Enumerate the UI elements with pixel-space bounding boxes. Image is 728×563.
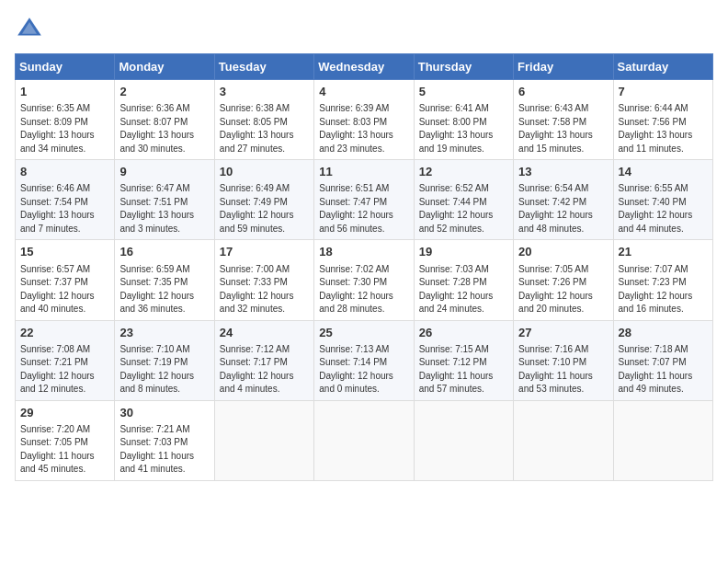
day-info: Sunrise: 6:41 AM Sunset: 8:00 PM Dayligh… [419, 102, 508, 155]
weekday-header-monday: Monday [115, 54, 214, 80]
day-info: Sunrise: 6:51 AM Sunset: 7:47 PM Dayligh… [319, 182, 408, 236]
weekday-header-sunday: Sunday [16, 54, 115, 80]
calendar-week-3: 15Sunrise: 6:57 AM Sunset: 7:37 PM Dayli… [16, 240, 713, 320]
calendar-cell: 17Sunrise: 7:00 AM Sunset: 7:33 PM Dayli… [214, 240, 313, 320]
calendar-cell: 22Sunrise: 7:08 AM Sunset: 7:21 PM Dayli… [16, 320, 115, 400]
day-info: Sunrise: 6:57 AM Sunset: 7:37 PM Dayligh… [20, 263, 109, 316]
calendar-cell: 25Sunrise: 7:13 AM Sunset: 7:14 PM Dayli… [314, 320, 414, 400]
calendar-table: SundayMondayTuesdayWednesdayThursdayFrid… [15, 53, 713, 481]
day-number: 16 [119, 244, 209, 260]
day-number: 7 [619, 84, 708, 100]
calendar-cell [514, 400, 613, 480]
day-info: Sunrise: 7:15 AM Sunset: 7:12 PM Dayligh… [419, 343, 508, 396]
page-header [15, 15, 713, 44]
calendar-week-2: 8Sunrise: 6:46 AM Sunset: 7:54 PM Daylig… [16, 160, 713, 240]
calendar-cell [314, 400, 414, 480]
day-info: Sunrise: 6:43 AM Sunset: 7:58 PM Dayligh… [518, 102, 608, 155]
day-info: Sunrise: 7:21 AM Sunset: 7:03 PM Dayligh… [119, 423, 209, 477]
day-number: 5 [419, 84, 508, 100]
day-info: Sunrise: 6:44 AM Sunset: 7:56 PM Dayligh… [619, 102, 708, 155]
logo-icon [15, 15, 44, 44]
weekday-header-saturday: Saturday [613, 54, 712, 80]
calendar-cell: 23Sunrise: 7:10 AM Sunset: 7:19 PM Dayli… [115, 320, 214, 400]
weekday-header-wednesday: Wednesday [314, 54, 414, 80]
calendar-cell: 29Sunrise: 7:20 AM Sunset: 7:05 PM Dayli… [16, 400, 115, 480]
day-number: 23 [119, 325, 209, 341]
day-number: 21 [619, 244, 708, 260]
day-number: 6 [518, 84, 608, 100]
day-info: Sunrise: 6:47 AM Sunset: 7:51 PM Dayligh… [119, 182, 209, 236]
day-number: 4 [319, 84, 408, 100]
day-number: 25 [319, 325, 408, 341]
day-info: Sunrise: 6:36 AM Sunset: 8:07 PM Dayligh… [119, 102, 209, 155]
day-number: 29 [20, 405, 109, 421]
day-info: Sunrise: 6:59 AM Sunset: 7:35 PM Dayligh… [119, 263, 209, 316]
day-number: 17 [220, 244, 309, 260]
calendar-body: 1Sunrise: 6:35 AM Sunset: 8:09 PM Daylig… [16, 80, 713, 481]
day-info: Sunrise: 6:55 AM Sunset: 7:40 PM Dayligh… [619, 182, 708, 236]
calendar-cell [214, 400, 313, 480]
calendar-cell: 6Sunrise: 6:43 AM Sunset: 7:58 PM Daylig… [514, 80, 613, 160]
calendar-cell: 5Sunrise: 6:41 AM Sunset: 8:00 PM Daylig… [414, 80, 513, 160]
calendar-cell: 15Sunrise: 6:57 AM Sunset: 7:37 PM Dayli… [16, 240, 115, 320]
day-info: Sunrise: 7:10 AM Sunset: 7:19 PM Dayligh… [119, 343, 209, 396]
day-info: Sunrise: 7:20 AM Sunset: 7:05 PM Dayligh… [20, 423, 109, 477]
day-info: Sunrise: 6:39 AM Sunset: 8:03 PM Dayligh… [319, 102, 408, 155]
calendar-cell: 11Sunrise: 6:51 AM Sunset: 7:47 PM Dayli… [314, 160, 414, 240]
day-info: Sunrise: 7:07 AM Sunset: 7:23 PM Dayligh… [619, 263, 708, 316]
day-info: Sunrise: 6:46 AM Sunset: 7:54 PM Dayligh… [20, 182, 109, 236]
day-number: 10 [220, 164, 309, 180]
day-info: Sunrise: 7:02 AM Sunset: 7:30 PM Dayligh… [319, 263, 408, 316]
day-number: 2 [119, 84, 209, 100]
calendar-cell: 1Sunrise: 6:35 AM Sunset: 8:09 PM Daylig… [16, 80, 115, 160]
calendar-cell [613, 400, 712, 480]
calendar-cell: 18Sunrise: 7:02 AM Sunset: 7:30 PM Dayli… [314, 240, 414, 320]
day-number: 26 [419, 325, 508, 341]
day-number: 28 [619, 325, 708, 341]
logo [15, 15, 48, 44]
day-number: 3 [220, 84, 309, 100]
day-number: 14 [619, 164, 708, 180]
calendar-cell: 2Sunrise: 6:36 AM Sunset: 8:07 PM Daylig… [115, 80, 214, 160]
day-number: 11 [319, 164, 408, 180]
day-info: Sunrise: 7:03 AM Sunset: 7:28 PM Dayligh… [419, 263, 508, 316]
day-info: Sunrise: 6:35 AM Sunset: 8:09 PM Dayligh… [20, 102, 109, 155]
day-number: 19 [419, 244, 508, 260]
day-number: 15 [20, 244, 109, 260]
day-info: Sunrise: 6:54 AM Sunset: 7:42 PM Dayligh… [518, 182, 608, 236]
day-info: Sunrise: 6:49 AM Sunset: 7:49 PM Dayligh… [220, 182, 309, 236]
calendar-cell: 12Sunrise: 6:52 AM Sunset: 7:44 PM Dayli… [414, 160, 513, 240]
day-number: 18 [319, 244, 408, 260]
calendar-cell: 7Sunrise: 6:44 AM Sunset: 7:56 PM Daylig… [613, 80, 712, 160]
day-info: Sunrise: 7:16 AM Sunset: 7:10 PM Dayligh… [518, 343, 608, 396]
day-info: Sunrise: 7:18 AM Sunset: 7:07 PM Dayligh… [619, 343, 708, 396]
day-info: Sunrise: 6:38 AM Sunset: 8:05 PM Dayligh… [220, 102, 309, 155]
calendar-cell: 21Sunrise: 7:07 AM Sunset: 7:23 PM Dayli… [613, 240, 712, 320]
calendar-week-4: 22Sunrise: 7:08 AM Sunset: 7:21 PM Dayli… [16, 320, 713, 400]
calendar-cell: 27Sunrise: 7:16 AM Sunset: 7:10 PM Dayli… [514, 320, 613, 400]
calendar-week-5: 29Sunrise: 7:20 AM Sunset: 7:05 PM Dayli… [16, 400, 713, 480]
day-number: 12 [419, 164, 508, 180]
day-number: 22 [20, 325, 109, 341]
calendar-cell: 26Sunrise: 7:15 AM Sunset: 7:12 PM Dayli… [414, 320, 513, 400]
day-number: 13 [518, 164, 608, 180]
day-number: 20 [518, 244, 608, 260]
day-info: Sunrise: 7:13 AM Sunset: 7:14 PM Dayligh… [319, 343, 408, 396]
calendar-cell: 3Sunrise: 6:38 AM Sunset: 8:05 PM Daylig… [214, 80, 313, 160]
day-info: Sunrise: 7:08 AM Sunset: 7:21 PM Dayligh… [20, 343, 109, 396]
day-number: 27 [518, 325, 608, 341]
day-number: 9 [119, 164, 209, 180]
day-number: 30 [119, 405, 209, 421]
calendar-cell: 19Sunrise: 7:03 AM Sunset: 7:28 PM Dayli… [414, 240, 513, 320]
calendar-cell: 20Sunrise: 7:05 AM Sunset: 7:26 PM Dayli… [514, 240, 613, 320]
calendar-cell: 28Sunrise: 7:18 AM Sunset: 7:07 PM Dayli… [613, 320, 712, 400]
calendar-cell [414, 400, 513, 480]
weekday-header-row: SundayMondayTuesdayWednesdayThursdayFrid… [16, 54, 713, 80]
calendar-cell: 10Sunrise: 6:49 AM Sunset: 7:49 PM Dayli… [214, 160, 313, 240]
calendar-header: SundayMondayTuesdayWednesdayThursdayFrid… [16, 54, 713, 80]
weekday-header-thursday: Thursday [414, 54, 513, 80]
calendar-cell: 30Sunrise: 7:21 AM Sunset: 7:03 PM Dayli… [115, 400, 214, 480]
day-info: Sunrise: 7:00 AM Sunset: 7:33 PM Dayligh… [220, 263, 309, 316]
calendar-week-1: 1Sunrise: 6:35 AM Sunset: 8:09 PM Daylig… [16, 80, 713, 160]
calendar-cell: 16Sunrise: 6:59 AM Sunset: 7:35 PM Dayli… [115, 240, 214, 320]
